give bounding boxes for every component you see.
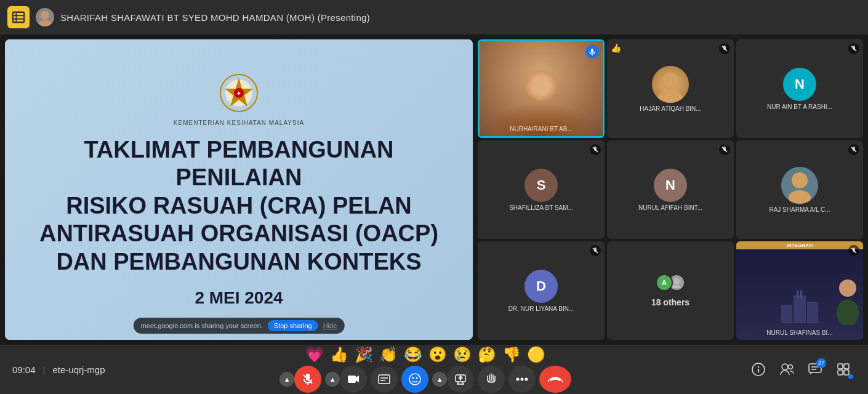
screen-share-text: meet.google.com is sharing your screen. xyxy=(141,322,263,329)
mute-icon xyxy=(848,144,859,155)
meeting-code: ete-uqrj-mgp xyxy=(52,364,105,375)
presentation-area: ✦ KEMENTERIAN KESIHATAN MALAYSIA TAKLIMA… xyxy=(5,39,473,340)
svg-point-38 xyxy=(837,299,859,325)
participant-tile: N NURUL AFIFAH BINT... xyxy=(607,140,734,239)
top-bar: SHARIFAH SHAFAWATI BT SYED MOHD HAMDAN (… xyxy=(0,0,868,34)
participants-button[interactable] xyxy=(774,357,799,382)
participant-avatar: N xyxy=(783,68,816,101)
reactions-bar: 💗 👍 🎉 👏 😂 😮 😢 🤔 👎 🟡 xyxy=(305,346,545,363)
reaction-party[interactable]: 🎉 xyxy=(355,346,373,363)
svg-point-60 xyxy=(516,378,520,381)
captions-button[interactable] xyxy=(371,366,398,393)
svg-point-30 xyxy=(673,278,680,284)
share-button[interactable] xyxy=(447,366,474,393)
svg-rect-21 xyxy=(594,147,597,151)
reaction-wow[interactable]: 😮 xyxy=(428,346,447,363)
participant-tile: 👍 HAJAR ATIQAH BIN... xyxy=(607,39,734,138)
reaction-circle[interactable]: 🟡 xyxy=(527,346,545,363)
svg-rect-46 xyxy=(379,375,390,384)
slide-title-line2: RISIKO RASUAH (CRA) PELAN xyxy=(66,193,412,219)
stop-sharing-button[interactable]: Stop sharing xyxy=(268,320,318,331)
share-chevron[interactable]: ▲ xyxy=(432,372,447,387)
right-controls: 27 xyxy=(746,357,856,382)
svg-point-69 xyxy=(789,365,793,369)
svg-point-4 xyxy=(41,11,49,20)
svg-point-67 xyxy=(758,366,759,368)
chat-button[interactable]: 27 xyxy=(803,357,827,382)
camera-button[interactable] xyxy=(340,366,367,393)
svg-point-16 xyxy=(658,90,683,103)
meeting-time: 09:04 xyxy=(12,364,36,375)
svg-point-50 xyxy=(412,377,414,379)
slide-ministry: KEMENTERIAN KESIHATAN MALAYSIA xyxy=(174,119,304,126)
participant-avatar: S xyxy=(524,169,558,202)
svg-rect-75 xyxy=(838,370,843,375)
slide-title: TAKLIMAT PEMBANGUNAN PENILAIAN RISIKO RA… xyxy=(30,136,448,276)
slide-content: ✦ KEMENTERIAN KESIHATAN MALAYSIA TAKLIMA… xyxy=(5,39,473,340)
bottom-bar: 09:04 | ete-uqrj-mgp 💗 👍 🎉 👏 😂 😮 😢 🤔 👎 🟡… xyxy=(0,345,868,394)
participant-name: RAJ SHARMA A/L C... xyxy=(766,206,832,213)
participant-avatar: D xyxy=(524,270,558,303)
svg-point-31 xyxy=(672,285,681,288)
share-group: ▲ xyxy=(432,366,474,393)
participant-tile: NURHAIRANI BT AB... xyxy=(478,39,605,138)
svg-text:✦: ✦ xyxy=(236,90,241,97)
slide-date: 2 MEI 2024 xyxy=(195,288,283,308)
svg-point-51 xyxy=(416,377,418,379)
activities-button[interactable] xyxy=(831,357,856,382)
reaction-heart[interactable]: 💗 xyxy=(305,346,324,363)
mic-group: ▲ xyxy=(279,366,321,393)
svg-rect-40 xyxy=(853,247,855,252)
svg-point-61 xyxy=(521,378,524,381)
svg-rect-32 xyxy=(794,296,806,323)
svg-point-62 xyxy=(525,378,528,381)
reaction-thumbsup[interactable]: 👍 xyxy=(330,346,348,363)
svg-rect-76 xyxy=(844,370,849,375)
svg-rect-11 xyxy=(591,49,593,53)
svg-rect-42 xyxy=(306,374,310,380)
svg-point-5 xyxy=(38,20,52,26)
svg-rect-44 xyxy=(348,376,356,383)
main-content: ✦ KEMENTERIAN KESIHATAN MALAYSIA TAKLIMA… xyxy=(0,34,868,345)
mic-chevron[interactable]: ▲ xyxy=(279,372,294,387)
presenter-title: SHARIFAH SHAFAWATI BT SYED MOHD HAMDAN (… xyxy=(60,12,370,23)
participants-grid: NURHAIRANI BT AB... 👍 HAJAR ATIQAH BIN..… xyxy=(478,39,863,340)
info-button[interactable] xyxy=(746,357,771,382)
participant-tile: N NUR AIN BT A RASHI... xyxy=(736,39,863,138)
svg-line-63 xyxy=(548,380,549,382)
mute-icon xyxy=(719,144,730,155)
more-options-button[interactable] xyxy=(508,366,536,393)
screen-share-bar: meet.google.com is sharing your screen. … xyxy=(134,318,345,334)
svg-marker-45 xyxy=(356,376,359,382)
svg-line-64 xyxy=(561,380,563,382)
participant-avatar: N xyxy=(654,169,687,202)
reaction-thumbsdown[interactable]: 👎 xyxy=(502,346,521,363)
mute-icon xyxy=(848,43,859,54)
end-call-button[interactable] xyxy=(539,366,571,393)
svg-rect-14 xyxy=(723,46,726,50)
svg-rect-29 xyxy=(594,247,597,252)
eighteen-others-label: 18 others xyxy=(651,297,689,307)
svg-rect-36 xyxy=(800,291,802,298)
emoji-button[interactable] xyxy=(401,366,428,393)
hide-label[interactable]: Hide xyxy=(323,322,337,329)
participant-tile: D DR. NUR LIYANA BIN... xyxy=(478,241,605,340)
raise-hand-button[interactable] xyxy=(478,366,505,393)
controls-bar: ▲ ▲ xyxy=(279,366,571,393)
eighteen-others-tile[interactable]: A 18 others xyxy=(607,241,734,340)
svg-rect-0 xyxy=(13,12,24,23)
camera-chevron[interactable]: ▲ xyxy=(325,372,340,387)
mic-button[interactable] xyxy=(294,366,321,393)
divider: | xyxy=(43,364,46,375)
participant-avatar xyxy=(652,66,689,103)
slide-title-line4: DAN PEMBANGUNAN KONTEKS xyxy=(56,249,421,275)
reaction-sad[interactable]: 😢 xyxy=(453,346,472,363)
reaction-laugh[interactable]: 😂 xyxy=(404,346,422,363)
participant-name: NURHAIRANI BT AB... xyxy=(507,126,575,132)
camera-group: ▲ xyxy=(325,366,367,393)
reaction-clap[interactable]: 👏 xyxy=(379,346,398,363)
svg-point-37 xyxy=(839,279,856,297)
mute-icon xyxy=(590,144,601,155)
reaction-think[interactable]: 🤔 xyxy=(478,346,496,363)
participant-name: HAJAR ATIQAH BIN... xyxy=(637,105,703,112)
